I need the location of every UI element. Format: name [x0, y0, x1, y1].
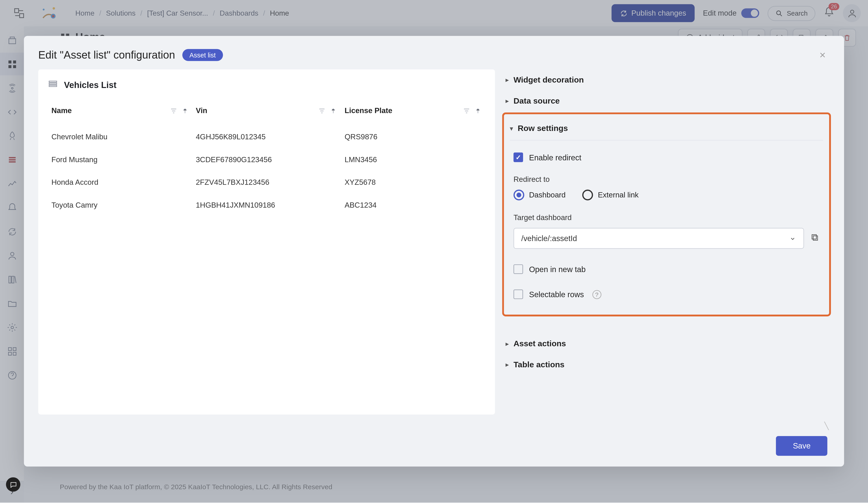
selectable-rows-row[interactable]: Selectable rows ?: [514, 286, 820, 302]
table-row[interactable]: Honda Accord2FZV45L7BXJ123456XYZ5678: [48, 171, 486, 194]
modal-close-button[interactable]: [815, 48, 829, 62]
preview-title: Vehicles List: [64, 80, 116, 90]
save-button[interactable]: Save: [776, 436, 827, 456]
table-row[interactable]: Ford Mustang3CDEF67890G123456LMN3456: [48, 148, 486, 171]
table-row[interactable]: Toyota Camry1HGBH41JXMN109186ABC1234: [48, 194, 486, 216]
selectable-rows-checkbox[interactable]: [514, 289, 523, 299]
close-icon: [818, 51, 827, 59]
resize-grip-icon[interactable]: ╲: [824, 422, 832, 430]
table-row[interactable]: Chevrolet Malibu4GHJ56K89L012345QRS9876: [48, 125, 486, 148]
open-new-tab-checkbox[interactable]: [514, 264, 523, 274]
target-dashboard-select[interactable]: /vehicle/:assetId: [514, 228, 804, 249]
enable-redirect-checkbox[interactable]: [514, 152, 523, 162]
copy-path-button[interactable]: [810, 232, 819, 244]
svg-rect-43: [49, 85, 57, 86]
svg-rect-41: [49, 81, 57, 82]
chevron-down-icon: ▾: [510, 125, 513, 132]
sort-icon[interactable]: [330, 107, 337, 114]
col-plate: License Plate: [344, 106, 392, 115]
radio-external-link[interactable]: External link: [582, 189, 639, 201]
filter-icon[interactable]: [463, 107, 471, 114]
preview-table: Name Vin License Plate: [48, 100, 486, 216]
chevron-right-icon: ▸: [506, 77, 509, 83]
chevron-right-icon: ▸: [506, 361, 509, 368]
preview-panel: Vehicles List Name Vin: [38, 70, 495, 414]
chevron-right-icon: ▸: [506, 340, 509, 347]
chat-icon: [9, 481, 17, 488]
copy-icon: [810, 232, 819, 242]
widget-type-chip: Asset list: [182, 49, 223, 61]
filter-icon[interactable]: [318, 107, 326, 114]
help-icon[interactable]: ?: [592, 290, 601, 299]
enable-redirect-row[interactable]: Enable redirect: [514, 149, 820, 166]
svg-rect-45: [812, 234, 816, 239]
modal-title: Edit "Asset list" configuration: [38, 49, 175, 62]
radio-dashboard[interactable]: Dashboard: [514, 189, 566, 201]
sort-icon[interactable]: [474, 107, 482, 114]
col-vin: Vin: [196, 106, 207, 115]
redirect-to-label: Redirect to: [514, 175, 820, 184]
settings-panel: ▸Widget decoration ▸Data source ▾Row set…: [502, 70, 834, 414]
target-dashboard-label: Target dashboard: [514, 214, 820, 222]
section-data-source[interactable]: ▸Data source: [502, 90, 831, 111]
filter-icon[interactable]: [169, 107, 177, 114]
edit-config-modal: Edit "Asset list" configuration Asset li…: [24, 36, 844, 466]
col-name: Name: [51, 106, 72, 115]
chevron-down-icon: [789, 235, 796, 242]
radio-external-input[interactable]: [582, 189, 593, 201]
svg-rect-44: [813, 236, 818, 240]
chevron-right-icon: ▸: [506, 97, 509, 104]
radio-dashboard-input[interactable]: [514, 189, 524, 201]
section-asset-actions[interactable]: ▸Asset actions: [502, 333, 831, 354]
row-settings-highlight: ▾Row settings Enable redirect Redirect t…: [502, 112, 831, 316]
chat-fab[interactable]: [6, 477, 20, 492]
svg-rect-42: [49, 83, 57, 85]
sort-icon[interactable]: [181, 107, 188, 114]
open-new-tab-row[interactable]: Open in new tab: [514, 261, 820, 277]
section-table-actions[interactable]: ▸Table actions: [502, 354, 831, 375]
list-icon: [48, 79, 58, 91]
section-widget-decoration[interactable]: ▸Widget decoration: [502, 70, 831, 91]
section-row-settings[interactable]: ▾Row settings: [510, 122, 823, 141]
